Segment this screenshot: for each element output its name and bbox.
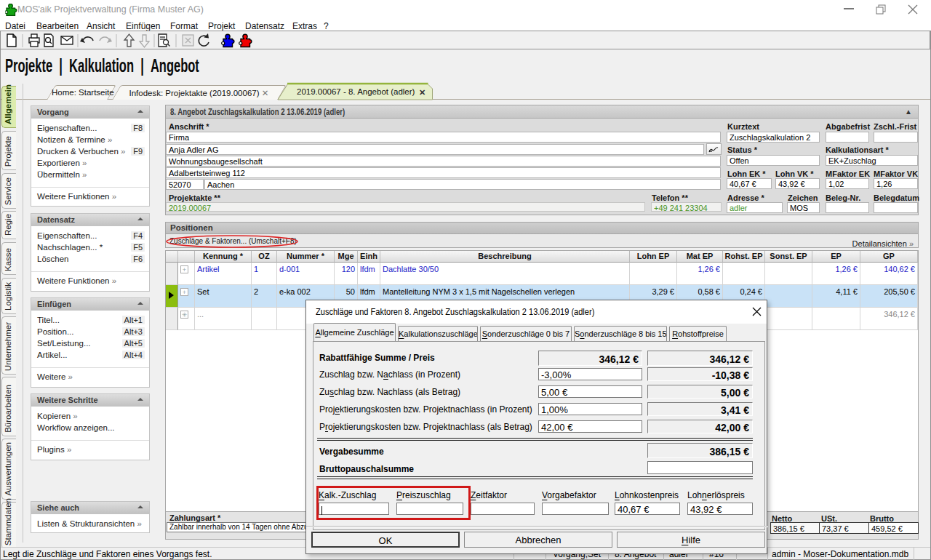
svg-text:2019.00067 - 8. Angebot (adler: 2019.00067 - 8. Angebot (adler)	[297, 87, 415, 96]
svg-text:✕: ✕	[419, 88, 425, 97]
